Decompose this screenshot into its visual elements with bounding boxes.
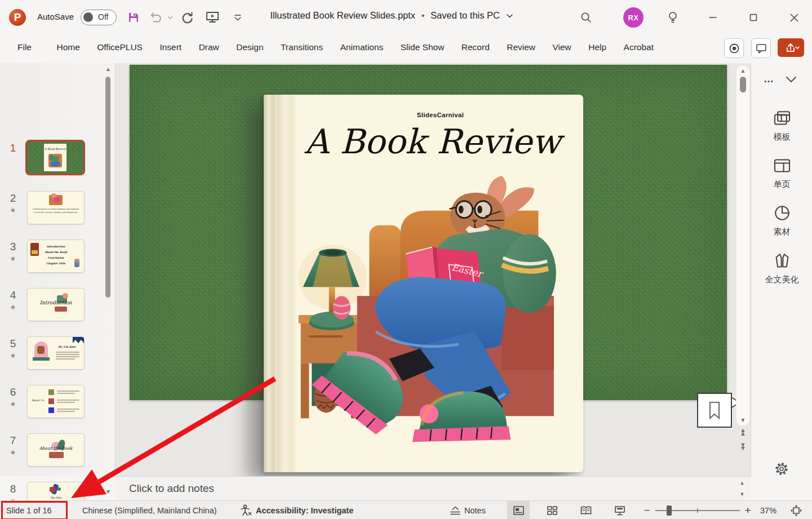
tab-file[interactable]: File [10,35,39,60]
notes-toggle-button[interactable]: Notes [449,501,486,519]
rabbit-reading-illustration: Easter [292,174,579,471]
tab-animations[interactable]: Animations [333,35,391,60]
minimize-icon [709,14,717,21]
tab-record[interactable]: Record [454,35,497,60]
slide-thumbnail-1[interactable]: A Book Review [25,140,85,175]
panel-collapse-chevron-icon[interactable] [785,76,797,83]
notes-placeholder[interactable]: Click to add notes [129,482,214,495]
share-icon [783,42,800,54]
scroll-up-arrow[interactable]: ▲ [736,66,750,76]
template-icon [773,109,792,127]
tab-review[interactable]: Review [499,35,543,60]
notes-pane[interactable]: Click to add notes ▲ ▼ [116,476,751,501]
language-status[interactable]: Chinese (Simplified, Mainland China) [82,501,217,519]
accessibility-status[interactable]: Accessibility: Investigate [240,501,353,519]
close-icon [790,14,798,22]
view-slideshow-button[interactable] [609,501,631,519]
fit-to-window-icon [790,504,802,517]
save-icon [127,11,140,24]
cover-title: A Book Review [286,122,579,161]
save-button[interactable] [126,10,141,25]
thumb3-item-2: About the Book [40,250,72,255]
thumb3-item-1: Introduction [40,244,72,250]
slide-thumbnail-6[interactable]: About Us [27,385,85,418]
next-slide-button[interactable]: ▼▼ [736,443,750,455]
undo-menu-chevron-icon[interactable] [167,16,173,20]
panel-item-single-page[interactable]: 单页 [751,157,812,190]
tab-design[interactable]: Design [229,35,270,60]
slideshow-view-icon [614,505,625,516]
slide-number-7: 7 [7,434,19,447]
tab-home[interactable]: Home [49,35,87,60]
title-dropdown-chevron-icon [506,14,513,19]
zoom-slider[interactable] [655,501,740,519]
share-button[interactable] [778,38,804,57]
notes-scroll-down-arrow[interactable]: ▼ [736,490,748,498]
slide-number-3: 3 [7,241,19,253]
panel-item-beautify[interactable]: 全文美化 [751,252,812,285]
view-normal-button[interactable] [507,501,530,519]
autosave-toggle[interactable]: Off [81,10,117,25]
tab-help[interactable]: Help [581,35,614,60]
view-slide-sorter-button[interactable] [541,501,563,519]
panel-item-template[interactable]: 模板 [751,109,812,143]
notes-scroll-up-arrow[interactable]: ▲ [736,479,748,487]
zoom-slider-thumb[interactable] [667,505,672,516]
search-button[interactable] [576,10,596,25]
view-reading-button[interactable] [575,501,597,519]
avatar[interactable]: RX [623,7,644,28]
officeplus-side-panel: … 模板 单页 素材 [751,63,812,476]
powerpoint-window: P AutoSave Off [0,0,812,519]
save-status: Saved to this PC [431,10,500,20]
tab-officeplus[interactable]: OfficePLUS [90,35,150,60]
previous-slide-button[interactable]: ▲▲ [736,428,750,441]
panel-more-button[interactable]: … [764,73,774,85]
document-title[interactable]: Illustrated Book Review Slides.pptx • Sa… [242,10,541,21]
start-slideshow-button[interactable] [205,10,220,25]
bookmark-flag-popup[interactable] [697,393,742,429]
maximize-button[interactable] [740,0,766,35]
tab-acrobat[interactable]: Acrobat [616,35,661,60]
canvas-scrollbar[interactable]: ▲ ▼ [736,65,750,426]
tab-slideshow[interactable]: Slide Show [393,35,452,60]
animation-star-icon: ★ [7,449,19,456]
zoom-out-button[interactable]: − [641,501,653,519]
fit-slide-to-window-button[interactable] [788,501,805,519]
record-button[interactable] [724,38,744,58]
tell-me-button[interactable] [663,10,683,25]
thumbs-scrollbar-thumb[interactable] [105,77,110,298]
slide-thumbnail-2[interactable]: A book report is a brief summary and ana… [27,191,85,224]
panel-settings-button[interactable] [774,461,789,477]
zoom-level[interactable]: 37% [760,501,776,519]
close-button[interactable] [781,0,807,35]
maximize-icon [749,14,757,21]
zoom-in-button[interactable]: + [742,501,753,519]
panel-item-assets[interactable]: 素材 [751,204,812,237]
thumbs-scroll-up-arrow[interactable]: ▲ [103,65,114,73]
tab-draw[interactable]: Draw [192,35,227,60]
scroll-down-arrow[interactable]: ▼ [736,416,750,425]
tab-transitions[interactable]: Transitions [273,35,330,60]
tab-insert[interactable]: Insert [152,35,189,60]
cover-brand-text: SlidesCarnival [298,112,583,118]
customize-toolbar-chevron-icon[interactable] [233,14,242,21]
tab-view[interactable]: View [545,35,578,60]
undo-button[interactable] [148,10,162,25]
powerpoint-logo-icon[interactable]: P [9,9,26,26]
slide-thumbnail-3[interactable]: Introduction About the Book Conclusion C… [27,239,85,273]
panel-item-label: 单页 [751,179,812,190]
redo-button[interactable] [180,10,195,25]
thumb3-item-4: Chapter Title [40,261,72,267]
minimize-button[interactable] [700,0,726,35]
slide-thumbnail-4[interactable]: Introduction [27,288,85,321]
comments-button[interactable] [751,38,771,58]
slide-thumbnail-7[interactable]: About the Book [27,433,85,467]
search-icon [580,11,592,24]
panel-item-label: 模板 [751,132,812,143]
slide-sorter-icon [547,505,558,516]
slide-number-2: 2 [7,192,19,205]
scrollbar-thumb[interactable] [740,77,746,92]
slide-thumbnail-5[interactable]: Hi, I'm Kate [27,336,85,370]
reading-view-icon [580,505,592,516]
thumbs-scroll-down-arrow[interactable]: ▼ [103,488,114,496]
